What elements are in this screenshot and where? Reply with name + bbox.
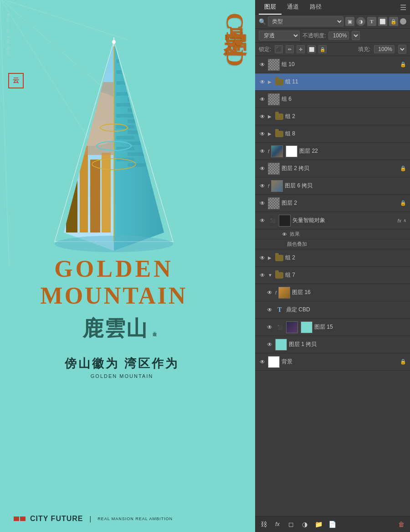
layer-thumbnail	[268, 163, 280, 175]
tab-paths[interactable]: 路径	[304, 0, 327, 15]
filter-icon-type[interactable]: T	[367, 17, 376, 26]
svg-rect-39	[116, 103, 134, 107]
layer-item[interactable]: 👁 图层 2 拷贝 🔒	[255, 160, 410, 177]
layer-visibility-toggle[interactable]: 👁	[259, 96, 266, 103]
lock-icons: ⬛ ✏ ✛ ⬜ 🔒	[275, 45, 327, 53]
fill-dropdown[interactable]: ▼	[398, 45, 406, 54]
layer-visibility-toggle[interactable]: 👁	[259, 61, 266, 68]
layer-thumbnail	[268, 59, 280, 71]
golden-mountain-text: GOLDEN MOUNTAIN	[0, 255, 228, 309]
layer-expand-arrow[interactable]: ▶	[268, 131, 273, 136]
lock-all[interactable]: 🔒	[318, 45, 327, 53]
layer-visibility-toggle[interactable]: 👁	[259, 272, 266, 279]
layer-item[interactable]: 👁 ▶ 组 2	[255, 249, 410, 267]
svg-rect-30	[114, 36, 200, 255]
layer-item[interactable]: 👁 背景 🔒	[255, 353, 410, 371]
layer-expand-arrow[interactable]: ▶	[268, 255, 273, 260]
layer-visibility-toggle[interactable]: 👁	[259, 148, 266, 155]
layer-item[interactable]: 👁 ⬛ 矢量智能对象 fx ∧	[255, 212, 410, 229]
toolbar-folder-icon[interactable]: 📁	[313, 519, 323, 529]
opacity-dropdown[interactable]: ▼	[352, 31, 360, 40]
layer-item[interactable]: 👁 T 鼎定 CBD	[255, 301, 410, 319]
filter-icon-image[interactable]: ▣	[345, 17, 354, 26]
layer-visibility-toggle[interactable]: 👁	[259, 182, 266, 190]
layer-item[interactable]: 👁 组 6	[255, 91, 410, 108]
layer-name: 矢量智能对象	[292, 217, 395, 224]
layer-expand-arrow[interactable]: ▶	[268, 114, 273, 119]
lock-artboard[interactable]: ⬜	[308, 45, 316, 53]
layer-item[interactable]: 👁 f 图层 6 拷贝	[255, 177, 410, 195]
layer-visibility-toggle[interactable]: 👁	[259, 113, 266, 120]
f-badge: f	[268, 149, 269, 154]
svg-rect-26	[102, 153, 111, 232]
toolbar-fx-icon[interactable]: fx	[272, 519, 282, 529]
layer-expand-arrow[interactable]: ▶	[268, 79, 273, 84]
lock-label: 锁定:	[259, 46, 271, 53]
layer-name: 鼎定 CBD	[286, 306, 406, 314]
lock-image[interactable]: ✏	[286, 45, 294, 53]
search-icon: 🔍	[259, 18, 266, 25]
filter-type-select[interactable]: 类型	[268, 16, 343, 26]
layer-thumbnail	[268, 93, 280, 105]
filter-icon-smart[interactable]: 🔒	[389, 17, 398, 26]
tower-illustration	[27, 36, 200, 255]
toolbar-link-icon[interactable]: ⛓	[259, 519, 269, 529]
layer-item[interactable]: 👁 f 图层 22	[255, 143, 410, 160]
chinese-title-vertical: 鼎定CBD	[219, 9, 251, 68]
layer-visibility-toggle[interactable]: 👁	[259, 217, 266, 224]
blend-mode-select[interactable]: 穿透	[259, 31, 300, 41]
opacity-input[interactable]	[328, 31, 349, 40]
panel-menu-icon[interactable]: ☰	[400, 3, 406, 11]
tab-layers[interactable]: 图层	[259, 0, 282, 15]
layer-visibility-toggle[interactable]: 👁	[266, 306, 273, 314]
layer-item[interactable]: 👁 组 10 🔒	[255, 56, 410, 73]
layer-lock-icon: 🔒	[400, 165, 406, 172]
filter-icon-adjustment[interactable]: ◑	[356, 17, 365, 26]
fill-input[interactable]	[374, 45, 395, 53]
toolbar-adjustment-icon[interactable]: ◑	[300, 519, 310, 529]
layer-name: 图层 1 拷贝	[289, 341, 406, 348]
toolbar-mask-icon[interactable]: ◻	[286, 519, 296, 529]
toolbar-duplicate-icon[interactable]: 📄	[327, 519, 337, 529]
layer-item[interactable]: 👁 ▶ 组 8	[255, 125, 410, 143]
fx-expand-arrow[interactable]: ∧	[403, 218, 406, 223]
vertical-text-left: P·O·I·N·T·A·N·G	[5, 14, 10, 57]
layer-visibility-toggle[interactable]: 👁	[266, 341, 273, 348]
layer-visibility-toggle[interactable]: 👁	[259, 165, 266, 172]
layer-visibility-toggle[interactable]: 👁	[281, 231, 288, 238]
layer-visibility-toggle[interactable]: 👁	[266, 289, 273, 296]
layer-thumbnail	[275, 339, 287, 351]
layer-folder-icon	[275, 131, 283, 137]
svg-rect-22	[57, 155, 64, 232]
smart-object-badge: ⬛	[268, 216, 277, 225]
lock-position[interactable]: ✛	[297, 45, 305, 53]
layer-lock-icon: 🔒	[400, 200, 406, 207]
layer-item[interactable]: 👁 ▶ 组 2	[255, 108, 410, 125]
layer-item[interactable]: 👁 图层 2 🔒	[255, 195, 410, 212]
layer-folder-icon	[275, 114, 283, 120]
layer-item[interactable]: 👁 f 图层 16	[255, 284, 410, 301]
lock-transparent[interactable]: ⬛	[275, 45, 283, 53]
layer-item[interactable]: 👁 ▶ 组 11	[255, 73, 410, 91]
filter-toggle[interactable]	[400, 18, 406, 25]
layer-visibility-toggle[interactable]: 👁	[259, 78, 266, 86]
tab-channels[interactable]: 通道	[282, 0, 304, 15]
layer-name: 组 11	[285, 78, 406, 86]
layer-name: 组 2	[285, 254, 406, 262]
svg-rect-25	[90, 160, 100, 232]
panel-toolbar: ⛓ fx ◻ ◑ 📁 📄 🗑	[255, 516, 410, 532]
layer-visibility-toggle[interactable]: 👁	[259, 200, 266, 207]
layer-visibility-toggle[interactable]: 👁	[259, 358, 266, 366]
opacity-label: 不透明度:	[302, 32, 326, 40]
layer-visibility-toggle[interactable]: 👁	[259, 254, 266, 262]
layer-item[interactable]: 👁 图层 1 拷贝	[255, 336, 410, 353]
toolbar-delete-icon[interactable]: 🗑	[396, 519, 406, 529]
layer-item[interactable]: 👁 ⬛ 图层 15	[255, 319, 410, 336]
svg-rect-24	[80, 146, 88, 232]
filter-icon-shape[interactable]: ⬜	[378, 17, 387, 26]
layer-visibility-toggle[interactable]: 👁	[259, 130, 266, 138]
layer-visibility-toggle[interactable]: 👁	[266, 324, 273, 331]
layer-item[interactable]: 👁 ▼ 组 7	[255, 267, 410, 284]
layer-expand-arrow[interactable]: ▼	[268, 273, 273, 278]
brand-icon-rect2	[20, 517, 26, 521]
